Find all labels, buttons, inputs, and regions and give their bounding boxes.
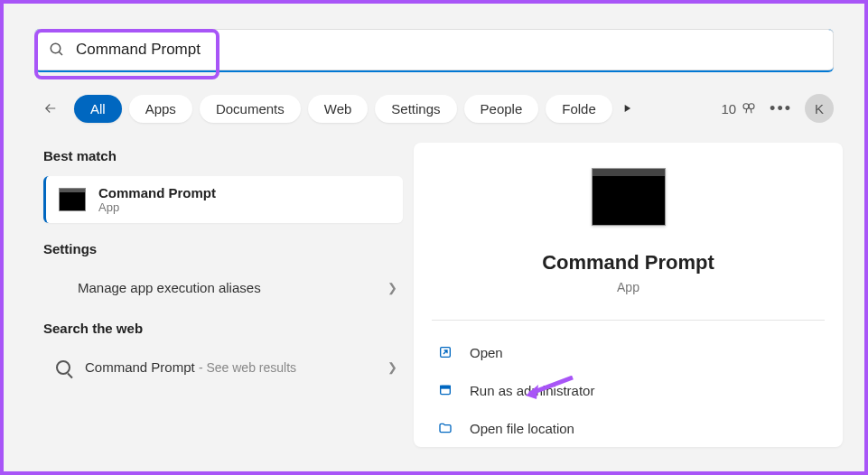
action-label: Run as administrator bbox=[470, 383, 594, 398]
chevron-right-icon: ❯ bbox=[387, 281, 397, 294]
preview-pane: Command Prompt App Open Run as administr… bbox=[414, 143, 843, 447]
search-icon bbox=[49, 42, 65, 58]
main-content: Best match Command Prompt App Settings M… bbox=[4, 125, 864, 447]
shield-icon bbox=[437, 382, 453, 398]
tab-apps[interactable]: Apps bbox=[129, 95, 192, 123]
web-result-item[interactable]: Command Prompt - See web results ❯ bbox=[43, 349, 403, 386]
preview-title: Command Prompt bbox=[542, 251, 714, 275]
tab-people[interactable]: People bbox=[464, 95, 539, 123]
tab-web[interactable]: Web bbox=[308, 95, 369, 123]
header-right: 10 ••• K bbox=[721, 94, 834, 123]
web-item-text: Command Prompt - See web results bbox=[85, 359, 296, 375]
rewards-count: 10 bbox=[721, 101, 736, 116]
web-item-subtitle: - See web results bbox=[199, 360, 296, 375]
tabs-overflow-button[interactable] bbox=[616, 98, 638, 119]
best-match-result[interactable]: Command Prompt App bbox=[43, 176, 403, 223]
action-label: Open file location bbox=[470, 421, 574, 436]
web-item-left: Command Prompt - See web results bbox=[56, 359, 296, 375]
settings-result-item[interactable]: Manage app execution aliases ❯ bbox=[43, 269, 403, 306]
settings-heading: Settings bbox=[43, 241, 403, 256]
chevron-right-icon: ❯ bbox=[387, 360, 397, 374]
tab-all[interactable]: All bbox=[74, 95, 122, 123]
search-input[interactable] bbox=[76, 41, 819, 59]
more-options-button[interactable]: ••• bbox=[770, 99, 792, 118]
search-bar-container bbox=[4, 4, 864, 85]
user-avatar[interactable]: K bbox=[805, 94, 834, 123]
open-icon bbox=[437, 344, 453, 360]
web-item-title: Command Prompt bbox=[85, 359, 195, 375]
results-column: Best match Command Prompt App Settings M… bbox=[43, 143, 403, 447]
tab-folders[interactable]: Folde bbox=[546, 95, 612, 123]
cmd-prompt-icon bbox=[592, 168, 666, 226]
web-heading: Search the web bbox=[43, 321, 403, 336]
rewards-icon bbox=[741, 100, 757, 116]
action-run-admin[interactable]: Run as administrator bbox=[432, 371, 825, 409]
tab-settings[interactable]: Settings bbox=[375, 95, 456, 123]
action-open-location[interactable]: Open file location bbox=[432, 409, 825, 447]
search-icon bbox=[56, 360, 70, 375]
best-match-text: Command Prompt App bbox=[98, 185, 216, 214]
settings-item-label: Manage app execution aliases bbox=[78, 280, 261, 295]
back-button[interactable] bbox=[34, 92, 67, 125]
svg-point-3 bbox=[749, 104, 754, 109]
cmd-prompt-icon bbox=[59, 188, 86, 211]
preview-actions: Open Run as administrator Open file loca… bbox=[432, 333, 825, 447]
svg-rect-6 bbox=[441, 386, 451, 388]
svg-point-2 bbox=[743, 104, 749, 109]
action-label: Open bbox=[470, 345, 503, 360]
svg-line-1 bbox=[59, 51, 62, 55]
svg-point-0 bbox=[51, 43, 61, 53]
tab-documents[interactable]: Documents bbox=[200, 95, 301, 123]
filter-tabs-row: All Apps Documents Web Settings People F… bbox=[4, 85, 864, 125]
preview-subtitle: App bbox=[617, 280, 639, 294]
rewards-indicator[interactable]: 10 bbox=[721, 100, 757, 116]
action-open[interactable]: Open bbox=[432, 333, 825, 371]
best-match-title: Command Prompt bbox=[98, 185, 216, 200]
folder-icon bbox=[437, 420, 453, 436]
best-match-heading: Best match bbox=[43, 148, 403, 163]
best-match-subtitle: App bbox=[98, 200, 216, 214]
divider bbox=[432, 320, 825, 321]
search-bar[interactable] bbox=[34, 29, 834, 72]
